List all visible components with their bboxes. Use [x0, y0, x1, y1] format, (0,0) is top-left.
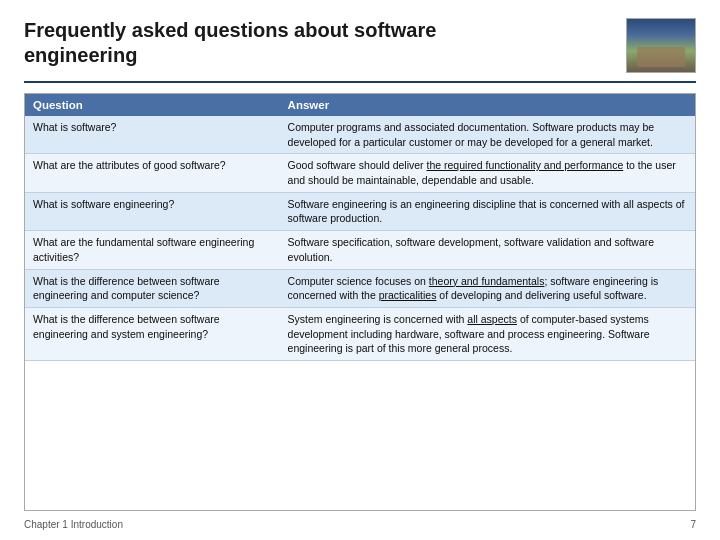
- header-divider: [24, 81, 696, 83]
- table-cell-answer: System engineering is concerned with all…: [280, 307, 695, 360]
- table-container: Question Answer What is software?Compute…: [24, 93, 696, 511]
- table-cell-answer: Good software should deliver the require…: [280, 154, 695, 192]
- underlined-text: theory and fundamentals: [429, 275, 545, 287]
- title-block: Frequently asked questions about softwar…: [24, 18, 626, 68]
- table-row: What is software engineering?Software en…: [25, 192, 695, 230]
- page-number: 7: [690, 519, 696, 530]
- col-header-question: Question: [25, 94, 280, 116]
- table-cell-answer: Software specification, software develop…: [280, 231, 695, 269]
- page-title: Frequently asked questions about softwar…: [24, 18, 626, 68]
- faq-table: Question Answer What is software?Compute…: [25, 94, 695, 361]
- header-image-inner: [627, 19, 695, 72]
- title-line1: Frequently asked questions about softwar…: [24, 19, 436, 41]
- header: Frequently asked questions about softwar…: [24, 18, 696, 73]
- table-header-row: Question Answer: [25, 94, 695, 116]
- col-header-answer: Answer: [280, 94, 695, 116]
- footer: Chapter 1 Introduction 7: [24, 519, 696, 530]
- table-row: What are the attributes of good software…: [25, 154, 695, 192]
- table-cell-answer: Software engineering is an engineering d…: [280, 192, 695, 230]
- table-cell-answer: Computer programs and associated documen…: [280, 116, 695, 154]
- table-cell-question: What is the difference between software …: [25, 307, 280, 360]
- table-cell-question: What is the difference between software …: [25, 269, 280, 307]
- table-cell-answer: Computer science focuses on theory and f…: [280, 269, 695, 307]
- table-row: What is the difference between software …: [25, 307, 695, 360]
- table-cell-question: What are the fundamental software engine…: [25, 231, 280, 269]
- header-image: [626, 18, 696, 73]
- table-row: What are the fundamental software engine…: [25, 231, 695, 269]
- table-row: What is the difference between software …: [25, 269, 695, 307]
- underlined-text: practicalities: [379, 289, 437, 301]
- table-cell-question: What is software?: [25, 116, 280, 154]
- underlined-text: all aspects: [467, 313, 517, 325]
- table-cell-question: What is software engineering?: [25, 192, 280, 230]
- table-cell-question: What are the attributes of good software…: [25, 154, 280, 192]
- table-row: What is software?Computer programs and a…: [25, 116, 695, 154]
- page-container: Frequently asked questions about softwar…: [0, 0, 720, 540]
- chapter-label: Chapter 1 Introduction: [24, 519, 123, 530]
- title-line2: engineering: [24, 44, 137, 66]
- underlined-text: the required functionality and performan…: [427, 159, 624, 171]
